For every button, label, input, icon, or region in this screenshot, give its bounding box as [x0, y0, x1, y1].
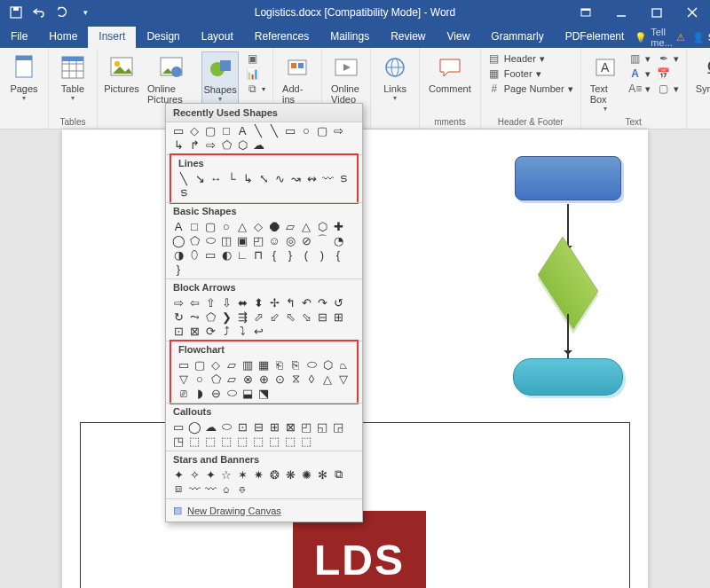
save-icon[interactable] [5, 3, 27, 22]
shape-line[interactable]: ╲ [177, 172, 191, 184]
shape-arrow-d[interactable]: ⇩ [219, 296, 233, 309]
shape-oval2[interactable]: ◯ [171, 234, 185, 247]
shape-fc-disk[interactable]: ⬓ [241, 387, 255, 399]
shape-arrow-ud[interactable]: ⬍ [251, 296, 265, 309]
shape-callout-line3[interactable]: ⊞ [267, 420, 281, 433]
shape-arrow-lr[interactable]: ⬌ [235, 296, 249, 309]
shape-fc-seq[interactable]: ⊖ [209, 387, 223, 399]
shape-fc-manual-in[interactable]: ⏢ [336, 358, 351, 371]
shape-callout-b2[interactable]: ⬚ [203, 435, 217, 447]
qat-more-icon[interactable]: ▾ [75, 3, 96, 22]
tab-design[interactable]: Design [136, 27, 190, 48]
shape-pie[interactable]: ◔ [331, 234, 345, 247]
shape-textbox[interactable]: A [235, 124, 249, 137]
shape-brace-r[interactable]: } [283, 248, 297, 261]
close-button[interactable] [674, 0, 710, 25]
shape-fc-manual-op[interactable]: ▽ [177, 372, 191, 385]
shape-fc-alt[interactable]: ▢ [193, 358, 207, 371]
shape-star-seal[interactable]: ❂ [267, 468, 281, 481]
pages-button[interactable]: Pages▾ [5, 51, 43, 104]
shape-callout-b5[interactable]: ⬚ [251, 435, 265, 447]
shape-star-seal3[interactable]: ✺ [299, 468, 313, 481]
shape-star-seal2[interactable]: ❋ [283, 468, 297, 481]
footer-button[interactable]: ▦Footer ▾ [486, 67, 575, 81]
shape-arrow-box2[interactable]: ⊞ [331, 310, 345, 323]
shape-tear[interactable]: ⬯ [187, 248, 201, 261]
shape-fc-predef[interactable]: ▥ [241, 358, 255, 371]
comment-button[interactable]: Comment [425, 51, 475, 96]
shape-pentagon[interactable]: ⬠ [219, 138, 233, 151]
shape-fc-mag[interactable]: ⬭ [225, 387, 239, 399]
shape-bracket-l[interactable]: ( [299, 248, 313, 261]
minimize-button[interactable] [604, 0, 639, 25]
shape-arrow-curve3[interactable]: ↻ [171, 310, 185, 323]
shape-callout-a1[interactable]: ◰ [299, 420, 313, 433]
shape-wave[interactable]: 〰 [187, 482, 201, 495]
shape-fc-extract[interactable]: △ [320, 372, 335, 385]
shape-fc-decision[interactable]: ◇ [209, 358, 223, 371]
shape-callout-a2[interactable]: ◱ [315, 420, 329, 433]
flowchart-terminator-shape[interactable] [513, 358, 623, 396]
shape-rect2[interactable]: □ [219, 124, 233, 137]
shape-arrow-curve[interactable]: ↷ [315, 296, 329, 309]
shape-callout-cloud[interactable]: ☁ [203, 420, 217, 433]
shape-callout-b1[interactable]: ⬚ [187, 435, 201, 447]
shape-curve-arrow[interactable]: ↝ [288, 172, 303, 184]
shape-no[interactable]: ⊘ [299, 234, 313, 247]
shape-callout-line[interactable]: ⊡ [235, 420, 249, 433]
shape-arrow-box4[interactable]: ⊠ [187, 325, 201, 337]
flowchart-arrow-connector[interactable] [567, 314, 569, 358]
shape-oval[interactable]: ○ [219, 220, 233, 232]
shape-arrow-notch[interactable]: ⤳ [187, 310, 201, 323]
shape-diamond[interactable]: ◇ [187, 124, 201, 137]
shape-arrow-box3[interactable]: ⊡ [171, 325, 185, 337]
shape-arrow-callout3[interactable]: ⬁ [283, 310, 297, 323]
shape-rect[interactable]: ▭ [171, 124, 185, 137]
pictures-button[interactable]: Pictures [103, 51, 140, 96]
shape-arrow-callout4[interactable]: ⬂ [299, 310, 313, 323]
shape-half[interactable]: ◐ [219, 248, 233, 261]
online-video-button[interactable]: Online Video [327, 51, 365, 106]
shape-callout-b6[interactable]: ⬚ [267, 435, 281, 447]
drop-cap-button[interactable]: A≡▾ [627, 82, 652, 96]
shape-star-6[interactable]: ✶ [235, 468, 249, 481]
shape-pent[interactable]: ⬠ [187, 234, 201, 247]
screenshot-button[interactable]: ⧉▾ [244, 82, 267, 96]
shape-smile[interactable]: ☺ [267, 234, 281, 247]
shape-callout-line2[interactable]: ⊟ [251, 420, 265, 433]
shape-fc-multidoc[interactable]: ⎘ [288, 358, 303, 371]
links-button[interactable]: Links▾ [376, 51, 414, 104]
ribbon-options-icon[interactable] [568, 0, 604, 25]
shape-arrow-chev[interactable]: ❯ [219, 310, 233, 323]
shape-elbow-double[interactable]: ⤡ [256, 172, 271, 184]
shape-roundrect2[interactable]: ▢ [315, 124, 329, 137]
shape-elbow-arrow[interactable]: ↳ [241, 172, 255, 184]
shape-connector2[interactable]: ↱ [187, 138, 201, 151]
quick-parts-button[interactable]: ▥▾ [627, 51, 652, 66]
shape-callout-b4[interactable]: ⬚ [235, 435, 249, 447]
shape-scribble2[interactable]: ട [177, 186, 191, 199]
shape-callout-a4[interactable]: ◳ [171, 435, 185, 447]
shape-cloud[interactable]: ☁ [251, 138, 265, 151]
shape-line2[interactable]: ╲ [267, 124, 281, 137]
shape-roundrect[interactable]: ▢ [203, 220, 217, 232]
shapes-button[interactable]: Shapes▾ [201, 51, 239, 106]
shape-brace-l2[interactable]: { [331, 248, 345, 261]
shape-fc-stored[interactable]: ⎚ [177, 387, 191, 399]
shape-arrow[interactable]: ⇨ [331, 124, 345, 137]
shape-arrow-strip[interactable]: ⇶ [235, 310, 249, 323]
shape-oval[interactable]: ○ [299, 124, 313, 137]
shape-star-4[interactable]: ✦ [203, 468, 217, 481]
tell-me-search[interactable]: 💡 Tell me... ⚠ [635, 27, 684, 48]
shape-arrow-r[interactable]: ⇨ [171, 296, 185, 309]
shape-arrow-u[interactable]: ⇧ [203, 296, 217, 309]
shape-fc-prep[interactable]: ⬡ [320, 358, 335, 371]
shape-fc-or[interactable]: ⊙ [272, 372, 287, 385]
shape-textbox[interactable]: A [171, 220, 185, 232]
maximize-button[interactable] [639, 0, 674, 25]
shape-chord[interactable]: ◑ [171, 248, 185, 261]
shape-scroll[interactable]: ⎐ [219, 482, 233, 495]
shape-donut[interactable]: ◎ [283, 234, 297, 247]
shape-callout-oval[interactable]: ⬭ [219, 420, 233, 433]
tab-view[interactable]: View [437, 27, 481, 48]
